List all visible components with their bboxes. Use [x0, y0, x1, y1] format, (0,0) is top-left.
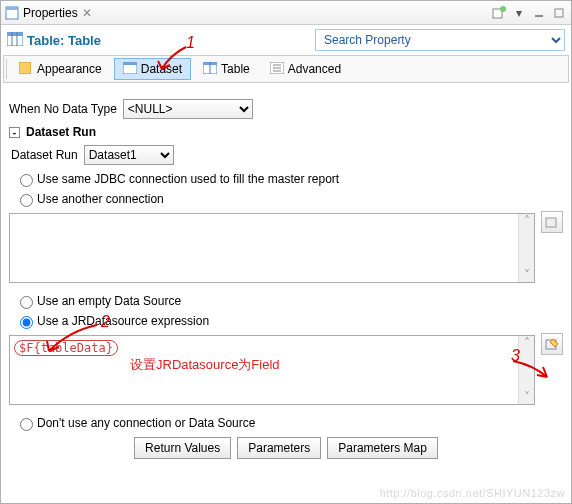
tab-table-label: Table: [221, 62, 250, 76]
dataset-icon: [123, 62, 137, 76]
table-icon: [7, 32, 23, 49]
radio-same-connection-label: Use same JDBC connection used to fill th…: [37, 172, 339, 186]
svg-rect-4: [535, 15, 543, 17]
scrollbar[interactable]: ˄˅: [518, 214, 534, 282]
watermark: http://blog.csdn.net/SHIYUN123zw: [380, 487, 565, 499]
annotation-text: 设置JRDatasource为Field: [130, 356, 280, 374]
svg-rect-7: [7, 32, 23, 36]
section-dataset-run[interactable]: - Dataset Run: [9, 125, 563, 139]
when-no-data-label: When No Data Type: [9, 102, 117, 116]
tab-advanced[interactable]: Advanced: [262, 59, 349, 79]
radio-empty-ds-label: Use an empty Data Source: [37, 294, 181, 308]
section-title: Dataset Run: [26, 125, 96, 139]
radio-jrdatasource-label: Use a JRDatasource expression: [37, 314, 209, 328]
collapse-icon[interactable]: -: [9, 127, 20, 138]
tab-advanced-label: Advanced: [288, 62, 341, 76]
parameters-map-button[interactable]: Parameters Map: [327, 437, 438, 459]
titlebar: Properties ✕ ▾: [1, 1, 571, 25]
radio-no-connection-label: Don't use any connection or Data Source: [37, 416, 255, 430]
svg-rect-20: [546, 218, 556, 227]
radio-same-connection[interactable]: Use same JDBC connection used to fill th…: [15, 171, 563, 187]
minimize-icon[interactable]: [531, 5, 547, 21]
tab-dataset[interactable]: Dataset: [114, 58, 191, 80]
svg-rect-12: [123, 62, 137, 65]
header: Table: Table Search Property: [1, 25, 571, 55]
expression-value: $F{tableData}: [14, 340, 118, 356]
radio-no-connection[interactable]: Don't use any connection or Data Source: [15, 415, 563, 431]
tab-dataset-label: Dataset: [141, 62, 182, 76]
properties-icon: [5, 6, 19, 20]
parameters-button[interactable]: Parameters: [237, 437, 321, 459]
tab-appearance-label: Appearance: [37, 62, 102, 76]
radio-another-connection[interactable]: Use another connection: [15, 191, 563, 207]
svg-rect-5: [555, 9, 563, 17]
advanced-icon: [270, 62, 284, 76]
svg-point-3: [500, 6, 506, 12]
scrollbar[interactable]: ˄˅: [518, 336, 534, 404]
dataset-run-label: Dataset Run: [11, 148, 78, 162]
maximize-icon[interactable]: [551, 5, 567, 21]
radio-another-connection-label: Use another connection: [37, 192, 164, 206]
jrdatasource-expression-box[interactable]: $F{tableData} 设置JRDatasource为Field ˄˅: [9, 335, 535, 405]
tab-bar: Appearance Dataset Table Advanced: [3, 55, 569, 83]
radio-jrdatasource[interactable]: Use a JRDatasource expression: [15, 313, 563, 329]
connection-expression-box[interactable]: ˄˅: [9, 213, 535, 283]
dataset-run-select[interactable]: Dataset1: [84, 145, 174, 165]
new-view-icon[interactable]: [491, 5, 507, 21]
svg-rect-10: [19, 62, 31, 74]
edit-expression-button[interactable]: [541, 333, 563, 355]
appearance-icon: [19, 62, 33, 76]
table-tab-icon: [203, 62, 217, 76]
tab-appearance[interactable]: Appearance: [11, 59, 110, 79]
titlebar-title: Properties: [23, 6, 78, 20]
form-body: When No Data Type <NULL> - Dataset Run D…: [1, 83, 571, 463]
radio-empty-ds[interactable]: Use an empty Data Source: [15, 293, 563, 309]
when-no-data-select[interactable]: <NULL>: [123, 99, 253, 119]
page-title: Table: Table: [27, 33, 101, 48]
svg-rect-1: [6, 7, 18, 10]
tab-table[interactable]: Table: [195, 59, 258, 79]
view-menu-icon[interactable]: ▾: [511, 5, 527, 21]
search-property-input[interactable]: Search Property: [315, 29, 565, 51]
return-values-button[interactable]: Return Values: [134, 437, 231, 459]
edit-connection-button[interactable]: [541, 211, 563, 233]
close-tab-icon[interactable]: ✕: [82, 6, 92, 20]
